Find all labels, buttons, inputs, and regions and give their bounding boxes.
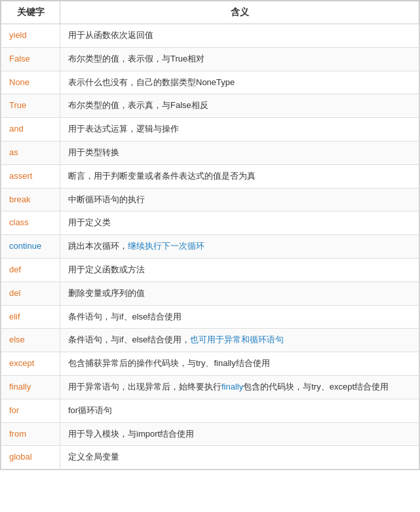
table-row: global定义全局变量 — [1, 446, 419, 469]
meaning-cell: 表示什么也没有，自己的数据类型NoneType — [60, 71, 419, 94]
meaning-cell: 断言，用于判断变量或者条件表达式的值是否为真 — [60, 164, 419, 188]
keyword-cell: class — [1, 211, 60, 235]
header-meaning: 含义 — [60, 1, 419, 24]
meaning-cell: 条件语句，与if、else结合使用 — [60, 305, 419, 329]
table-row: True布尔类型的值，表示真，与False相反 — [1, 94, 419, 118]
meaning-cell: 用于类型转换 — [60, 141, 419, 164]
table-row: class用于定义类 — [1, 211, 419, 235]
keyword-cell: True — [1, 94, 60, 118]
keyword-cell: yield — [1, 24, 60, 48]
keywords-table: 关键字 含义 yield用于从函数依次返回值False布尔类型的值，表示假，与T… — [1, 1, 419, 469]
table-row: def用于定义函数或方法 — [1, 258, 419, 282]
table-row: False布尔类型的值，表示假，与True相对 — [1, 47, 419, 71]
meaning-cell: 条件语句，与if、else结合使用，也可用于异常和循环语句 — [60, 329, 419, 352]
meaning-cell: 中断循环语句的执行 — [60, 188, 419, 211]
main-table-container: 关键字 含义 yield用于从函数依次返回值False布尔类型的值，表示假，与T… — [0, 0, 420, 470]
keyword-cell: from — [1, 422, 60, 446]
table-row: None表示什么也没有，自己的数据类型NoneType — [1, 71, 419, 94]
keyword-cell: continue — [1, 235, 60, 259]
table-row: forfor循环语句 — [1, 399, 419, 422]
table-row: from用于导入模块，与import结合使用 — [1, 422, 419, 446]
keyword-cell: global — [1, 446, 60, 469]
keyword-cell: except — [1, 352, 60, 376]
meaning-cell: 用于表达式运算，逻辑与操作 — [60, 118, 419, 141]
header-keyword: 关键字 — [1, 1, 60, 24]
meaning-cell: for循环语句 — [60, 399, 419, 422]
keyword-cell: break — [1, 188, 60, 211]
keyword-cell: def — [1, 258, 60, 282]
meaning-cell: 用于定义函数或方法 — [60, 258, 419, 282]
meaning-cell: 跳出本次循环，继续执行下一次循环 — [60, 235, 419, 259]
keyword-cell: assert — [1, 164, 60, 188]
table-header-row: 关键字 含义 — [1, 1, 419, 24]
meaning-cell: 包含捕获异常后的操作代码块，与try、finally结合使用 — [60, 352, 419, 376]
table-row: continue跳出本次循环，继续执行下一次循环 — [1, 235, 419, 259]
keyword-cell: as — [1, 141, 60, 164]
table-row: assert断言，用于判断变量或者条件表达式的值是否为真 — [1, 164, 419, 188]
meaning-cell: 定义全局变量 — [60, 446, 419, 469]
table-row: yield用于从函数依次返回值 — [1, 24, 419, 48]
table-row: except包含捕获异常后的操作代码块，与try、finally结合使用 — [1, 352, 419, 376]
meaning-cell: 用于从函数依次返回值 — [60, 24, 419, 48]
meaning-cell: 用于定义类 — [60, 211, 419, 235]
table-row: elif条件语句，与if、else结合使用 — [1, 305, 419, 329]
keyword-cell: else — [1, 329, 60, 352]
table-row: else条件语句，与if、else结合使用，也可用于异常和循环语句 — [1, 329, 419, 352]
keyword-cell: and — [1, 118, 60, 141]
table-row: and用于表达式运算，逻辑与操作 — [1, 118, 419, 141]
table-row: as用于类型转换 — [1, 141, 419, 164]
table-row: finally用于异常语句，出现异常后，始终要执行finally包含的代码块，与… — [1, 375, 419, 399]
meaning-cell: 用于异常语句，出现异常后，始终要执行finally包含的代码块，与try、exc… — [60, 375, 419, 399]
keyword-cell: None — [1, 71, 60, 94]
keyword-cell: False — [1, 47, 60, 71]
meaning-cell: 删除变量或序列的值 — [60, 282, 419, 305]
keyword-cell: elif — [1, 305, 60, 329]
keyword-cell: for — [1, 399, 60, 422]
keyword-cell: del — [1, 282, 60, 305]
meaning-cell: 布尔类型的值，表示真，与False相反 — [60, 94, 419, 118]
meaning-cell: 布尔类型的值，表示假，与True相对 — [60, 47, 419, 71]
keyword-cell: finally — [1, 375, 60, 399]
meaning-cell: 用于导入模块，与import结合使用 — [60, 422, 419, 446]
table-row: del删除变量或序列的值 — [1, 282, 419, 305]
table-row: break中断循环语句的执行 — [1, 188, 419, 211]
